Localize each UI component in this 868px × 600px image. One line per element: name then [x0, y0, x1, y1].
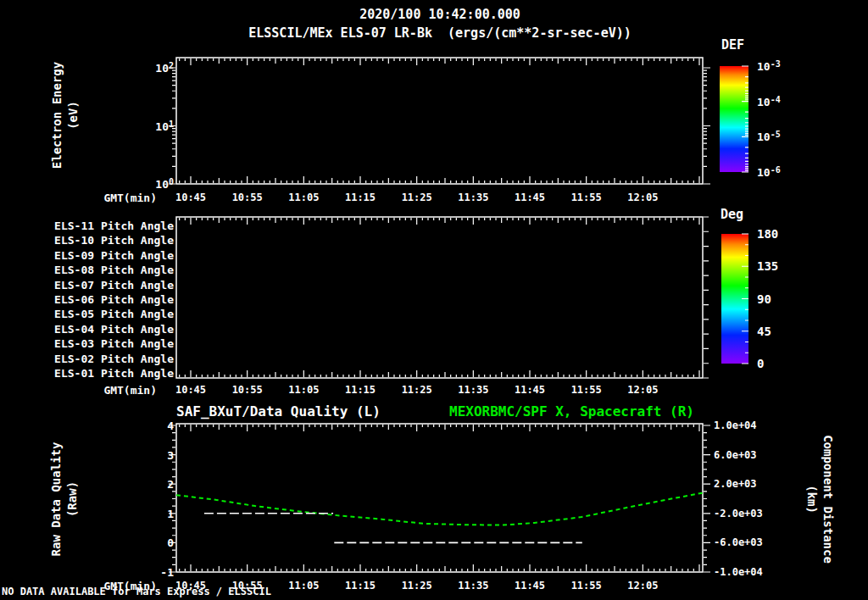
page-title: ELSSCIL/MEx ELS-07 LR-Bk (ergs/(cm**2-sr… — [248, 27, 632, 40]
distance-y-tick-label: -1.0e+04 — [714, 567, 763, 577]
gmt-label-middle: GMT(min) — [103, 385, 157, 396]
def-colorbar-tick-label: 10-4 — [757, 96, 781, 108]
time-tick-label-top: 11:45 — [515, 192, 545, 203]
gmt-label-top: GMT(min) — [103, 192, 157, 203]
time-tick-label-top: 10:45 — [175, 192, 206, 203]
time-tick-label-bottom: 11:25 — [402, 581, 432, 591]
quality-y-tick-label: -1 — [160, 567, 174, 578]
time-tick-label-top: 12:05 — [627, 192, 658, 203]
time-tick-label-top: 11:55 — [571, 192, 602, 203]
header-datetime: 2020/100 10:42:00.000 — [359, 8, 520, 21]
pitch-row-label: ELS-11 Pitch Angle — [54, 220, 174, 231]
distance-y-tick-label: -6.0e+03 — [714, 537, 763, 547]
no-data-status: NO DATA AVAILABLE for Mars Express / ELS… — [2, 586, 271, 597]
pitch-row-label: ELS-02 Pitch Angle — [54, 353, 174, 364]
bottom-title-left: SAF_BXuT/Data Quality (L) — [176, 405, 381, 419]
time-tick-label-middle: 11:55 — [571, 385, 602, 395]
time-tick-label-middle: 11:15 — [345, 385, 376, 395]
time-tick-label-bottom: 10:45 — [175, 581, 206, 591]
distance-y-tick-label: -2.0e+03 — [714, 508, 763, 519]
pitch-row-label: ELS-04 Pitch Angle — [54, 323, 174, 334]
quality-axis-label: Raw Data Quality(Raw) — [48, 442, 81, 557]
time-tick-label-top: 11:15 — [345, 192, 376, 203]
time-tick-label-middle: 11:35 — [458, 385, 488, 395]
quality-y-tick-label: 4 — [167, 420, 174, 431]
distance-axis-label: Component Distance(km) — [804, 435, 836, 564]
time-tick-label-top: 11:05 — [288, 192, 319, 203]
time-tick-label-middle: 11:25 — [402, 385, 432, 395]
def-colorbar-tick-label: 10-6 — [757, 166, 781, 178]
pitch-row-label: ELS-07 Pitch Angle — [54, 279, 174, 290]
distance-y-tick-label: 1.0e+04 — [714, 420, 757, 431]
quality-y-tick-label: 1 — [167, 508, 174, 519]
time-tick-label-bottom: 11:05 — [288, 581, 319, 591]
quality-y-tick-label: 3 — [167, 449, 174, 460]
def-colorbar-tick-label: 10-5 — [757, 131, 781, 142]
deg-colorbar-tick-label: 45 — [757, 325, 771, 337]
deg-colorbar-tick-label: 180 — [757, 228, 778, 240]
time-tick-label-bottom: 11:45 — [515, 581, 545, 591]
pitch-row-label: ELS-10 Pitch Angle — [54, 235, 174, 246]
energy-axis-label: Electron Energy(eV) — [49, 62, 81, 169]
energy-y-tick-label: 102 — [155, 62, 174, 74]
energy-y-tick-label: 101 — [155, 120, 174, 132]
time-tick-label-middle: 10:55 — [232, 385, 263, 395]
time-tick-label-bottom: 11:35 — [458, 581, 488, 591]
distance-y-tick-label: 6.0e+03 — [714, 450, 757, 460]
time-tick-label-middle: 11:45 — [515, 385, 545, 395]
time-tick-label-top: 11:35 — [458, 192, 488, 203]
pitch-row-label: ELS-03 Pitch Angle — [54, 338, 174, 349]
def-colorbar-title: DEF — [721, 39, 744, 52]
pitch-row-label: ELS-05 Pitch Angle — [54, 308, 174, 319]
plot-screen: 2020/100 10:42:00.000 ELSSCIL/MEx ELS-07… — [0, 0, 868, 600]
def-colorbar-tick-label: 10-3 — [757, 60, 781, 72]
deg-colorbar-title: Deg — [721, 208, 743, 221]
time-tick-label-middle: 11:05 — [288, 385, 319, 395]
pitch-row-label: ELS-08 Pitch Angle — [54, 264, 174, 275]
bottom-title-right: MEXORBMC/SPF X, Spacecraft (R) — [449, 405, 694, 419]
quality-y-tick-label: 2 — [167, 479, 174, 490]
pitch-row-label: ELS-06 Pitch Angle — [54, 294, 174, 305]
time-tick-label-bottom: 10:55 — [232, 581, 263, 591]
time-tick-label-bottom: 11:55 — [571, 581, 602, 591]
energy-y-tick-label: 100 — [155, 178, 174, 190]
distance-y-tick-label: 2.0e+03 — [714, 479, 757, 489]
time-tick-label-middle: 12:05 — [627, 385, 658, 395]
time-tick-label-bottom: 12:05 — [627, 581, 658, 591]
time-tick-label-top: 10:55 — [232, 192, 263, 203]
deg-colorbar-tick-label: 0 — [757, 358, 764, 369]
pitch-row-label: ELS-01 Pitch Angle — [54, 368, 174, 379]
pitch-row-label: ELS-09 Pitch Angle — [54, 249, 174, 260]
deg-colorbar-tick-label: 135 — [757, 260, 778, 272]
deg-colorbar-tick-label: 90 — [757, 293, 771, 305]
time-tick-label-middle: 10:45 — [175, 385, 206, 395]
quality-y-tick-label: 0 — [167, 537, 174, 548]
time-tick-label-top: 11:25 — [402, 192, 432, 203]
time-tick-label-bottom: 11:15 — [345, 581, 376, 591]
